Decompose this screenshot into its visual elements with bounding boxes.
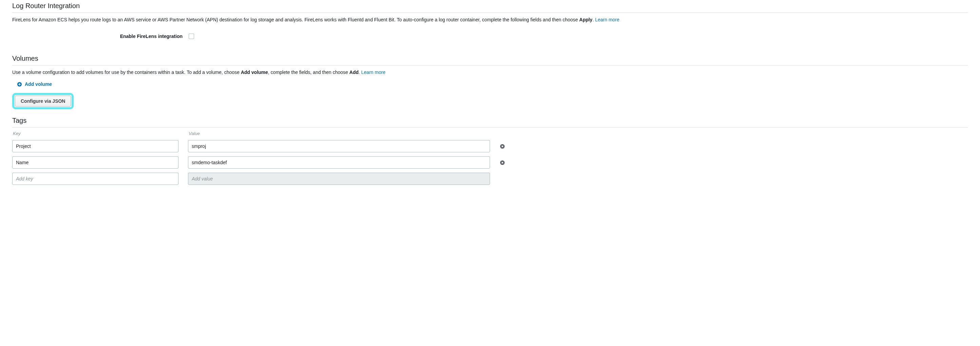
add-tag-value-input — [188, 173, 490, 185]
log-router-section: Log Router Integration FireLens for Amaz… — [12, 0, 968, 39]
plus-circle-icon — [17, 82, 22, 87]
tags-section: Tags Key Value — [12, 115, 968, 185]
enable-firelens-checkbox[interactable] — [189, 33, 194, 39]
tags-value-header: Value — [188, 131, 490, 136]
tags-grid: Key Value — [12, 131, 968, 185]
enable-firelens-label: Enable FireLens integration — [12, 33, 189, 39]
volumes-title: Volumes — [12, 52, 968, 65]
volumes-desc-bold1: Add volume — [241, 70, 268, 75]
volumes-desc-text1: Use a volume configuration to add volume… — [12, 70, 241, 75]
tags-header-spacer — [500, 133, 513, 134]
enable-firelens-row: Enable FireLens integration — [12, 33, 968, 39]
tag-value-input[interactable] — [188, 156, 490, 168]
log-router-desc-text: FireLens for Amazon ECS helps you route … — [12, 17, 579, 22]
svg-rect-2 — [18, 84, 21, 84]
add-row-spacer — [500, 179, 513, 179]
volumes-learn-more-link[interactable]: Learn more — [361, 70, 386, 75]
log-router-title: Log Router Integration — [12, 0, 968, 13]
add-volume-label: Add volume — [25, 81, 52, 87]
remove-tag-icon[interactable] — [500, 143, 505, 149]
volumes-desc-text2: , complete the fields, and then choose — [268, 70, 350, 75]
tag-value-input[interactable] — [188, 140, 490, 152]
volumes-description: Use a volume configuration to add volume… — [12, 69, 968, 76]
configure-json-highlight: Configure via JSON — [12, 93, 74, 109]
remove-tag-icon[interactable] — [500, 160, 505, 165]
configure-via-json-button[interactable]: Configure via JSON — [15, 96, 71, 106]
log-router-desc-trail: . — [592, 17, 595, 22]
volumes-desc-text3: . — [359, 70, 361, 75]
volumes-section: Volumes Use a volume configuration to ad… — [12, 52, 968, 114]
log-router-learn-more-link[interactable]: Learn more — [595, 17, 620, 22]
add-volume-button[interactable]: Add volume — [17, 81, 968, 87]
volumes-desc-bold2: Add — [350, 70, 359, 75]
log-router-description: FireLens for Amazon ECS helps you route … — [12, 16, 968, 24]
add-tag-key-input[interactable] — [12, 173, 178, 185]
log-router-desc-bold: Apply — [579, 17, 592, 22]
tag-key-input[interactable] — [12, 156, 178, 168]
tags-title: Tags — [12, 115, 968, 127]
tag-key-input[interactable] — [12, 140, 178, 152]
tags-key-header: Key — [12, 131, 178, 136]
